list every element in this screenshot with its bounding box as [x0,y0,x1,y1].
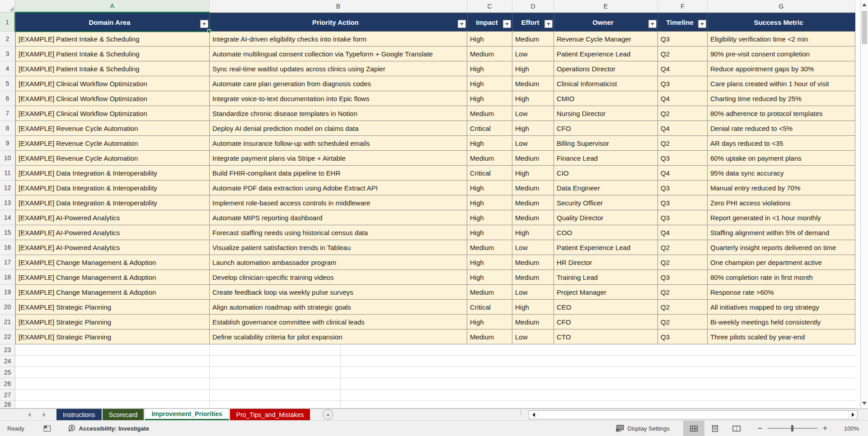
empty-cells[interactable] [15,356,855,367]
cell-D9[interactable]: Low [512,136,554,151]
accessibility-status[interactable]: Accessibility: Investigate [67,424,149,432]
tab-scroll-left-icon[interactable] [28,413,31,417]
fill-handle[interactable] [207,29,211,33]
cell-E11[interactable]: CIO [554,166,658,181]
cell-C18[interactable]: High [467,270,512,285]
cell-G20[interactable]: All initiatives mapped to org strategy [708,300,855,315]
cell-A11[interactable]: [EXAMPLE] Data Integration & Interoperab… [15,166,210,181]
row-header-9[interactable]: 9 [0,136,15,151]
cell-A5[interactable]: [EXAMPLE] Clinical Workflow Optimization [15,76,210,91]
cell-A21[interactable]: [EXAMPLE] Strategic Planning [15,315,210,329]
select-all-corner[interactable] [0,0,15,13]
row-header-24[interactable]: 24 [0,356,15,367]
cell-C3[interactable]: Medium [467,46,512,61]
cell-A14[interactable]: [EXAMPLE] AI-Powered Analytics [15,210,210,225]
row-header-13[interactable]: 13 [0,195,15,210]
cell-B3[interactable]: Automate multilingual consent collection… [210,46,467,61]
cell-C6[interactable]: High [467,91,512,106]
cell-G3[interactable]: 90% pre-visit consent completion [708,46,855,61]
cell-E18[interactable]: Training Lead [554,270,658,285]
cell-G9[interactable]: AR days reduced to <35 [708,136,855,151]
header-cell-C[interactable]: Impact [467,13,512,32]
cell-E8[interactable]: CFO [554,121,658,136]
scroll-right-button[interactable] [848,411,857,419]
cell-D20[interactable]: High [512,300,554,315]
cell-G2[interactable]: Eligibility verification time <2 min [708,32,855,46]
cell-C22[interactable]: Medium [467,329,512,344]
scroll-down-icon[interactable] [862,402,867,405]
cell-F11[interactable]: Q4 [658,166,708,181]
filter-dropdown-button[interactable] [200,20,208,28]
filter-dropdown-button[interactable] [503,20,511,28]
cell-B7[interactable]: Standardize chronic disease templates in… [210,106,467,121]
sheet-tab-improvement_priorities[interactable]: Improvement_Priorities [145,409,229,420]
cell-F22[interactable]: Q3 [658,329,708,344]
new-sheet-button[interactable]: + [323,409,333,420]
column-header-G[interactable]: G [708,0,855,13]
row-header-16[interactable]: 16 [0,240,15,255]
cell-E6[interactable]: CMIO [554,91,658,106]
cell-G5[interactable]: Care plans created within 1 hour of visi… [708,76,855,91]
cell-E21[interactable]: CFO [554,315,658,329]
cell-G7[interactable]: 80% adherence to protocol templates [708,106,855,121]
row-header-19[interactable]: 19 [0,285,15,300]
sheet-grid[interactable]: 1Domain AreaPriority ActionImpactEffortO… [0,13,855,408]
cell-G18[interactable]: 80% completion rate in first month [708,270,855,285]
row-header-2[interactable]: 2 [0,32,15,46]
cell-A15[interactable]: [EXAMPLE] AI-Powered Analytics [15,225,210,240]
zoom-slider-handle[interactable] [791,425,793,431]
cell-G4[interactable]: Reduce appointment gaps by 30% [708,61,855,76]
cell-G6[interactable]: Charting time reduced by 25% [708,91,855,106]
cell-F17[interactable]: Q2 [658,255,708,270]
cell-C12[interactable]: High [467,181,512,195]
row-header-21[interactable]: 21 [0,315,15,329]
cell-F2[interactable]: Q3 [658,32,708,46]
empty-cells[interactable] [15,344,855,356]
row-header-3[interactable]: 3 [0,46,15,61]
filter-dropdown-button[interactable] [698,20,706,28]
cell-D15[interactable]: High [512,225,554,240]
cell-D10[interactable]: Medium [512,151,554,166]
cell-G16[interactable]: Quarterly insight reports delivered on t… [708,240,855,255]
row-header-7[interactable]: 7 [0,106,15,121]
sheet-tab-pro_tips_and_mistakes[interactable]: Pro_Tips_and_Mistakes [230,409,310,420]
row-header-12[interactable]: 12 [0,181,15,195]
column-header-A[interactable]: A [15,0,210,13]
cell-E3[interactable]: Patient Experience Lead [554,46,658,61]
cell-F5[interactable]: Q3 [658,76,708,91]
vertical-scrollbar[interactable] [860,0,868,408]
vertical-scrollbar-thumb[interactable] [862,11,867,44]
scroll-left-button[interactable] [529,411,538,419]
cell-D21[interactable]: Medium [512,315,554,329]
cell-B10[interactable]: Integrate payment plans via Stripe + Air… [210,151,467,166]
cell-D8[interactable]: High [512,121,554,136]
cell-C13[interactable]: High [467,195,512,210]
zoom-in-button[interactable]: + [819,424,831,432]
cell-A7[interactable]: [EXAMPLE] Clinical Workflow Optimization [15,106,210,121]
cell-D5[interactable]: Medium [512,76,554,91]
cell-D6[interactable]: High [512,91,554,106]
tabbar-resize-grip[interactable]: ⋮ [518,410,522,414]
cell-C7[interactable]: Medium [467,106,512,121]
cell-G15[interactable]: Staffing alignment within 5% of demand [708,225,855,240]
cell-E14[interactable]: Quality Director [554,210,658,225]
cell-B5[interactable]: Automate care plan generation from diagn… [210,76,467,91]
cell-B11[interactable]: Build FHIR-compliant data pipeline to EH… [210,166,467,181]
cell-D17[interactable]: Medium [512,255,554,270]
cell-A8[interactable]: [EXAMPLE] Revenue Cycle Automation [15,121,210,136]
cell-E2[interactable]: Revenue Cycle Manager [554,32,658,46]
cell-B16[interactable]: Visualize patient satisfaction trends in… [210,240,467,255]
cell-G17[interactable]: One champion per department active [708,255,855,270]
cell-D19[interactable]: Low [512,285,554,300]
display-settings-button[interactable]: Display Settings [615,425,670,432]
cell-D22[interactable]: Low [512,329,554,344]
cell-B22[interactable]: Define scalability criteria for pilot ex… [210,329,467,344]
row-header-20[interactable]: 20 [0,300,15,315]
row-header-10[interactable]: 10 [0,151,15,166]
sheet-tab-scorecard[interactable]: Scorecard [103,409,144,420]
cell-A4[interactable]: [EXAMPLE] Patient Intake & Scheduling [15,61,210,76]
cell-F18[interactable]: Q3 [658,270,708,285]
scroll-up-icon[interactable] [862,3,867,6]
cell-D2[interactable]: Medium [512,32,554,46]
cell-E7[interactable]: Nursing Director [554,106,658,121]
